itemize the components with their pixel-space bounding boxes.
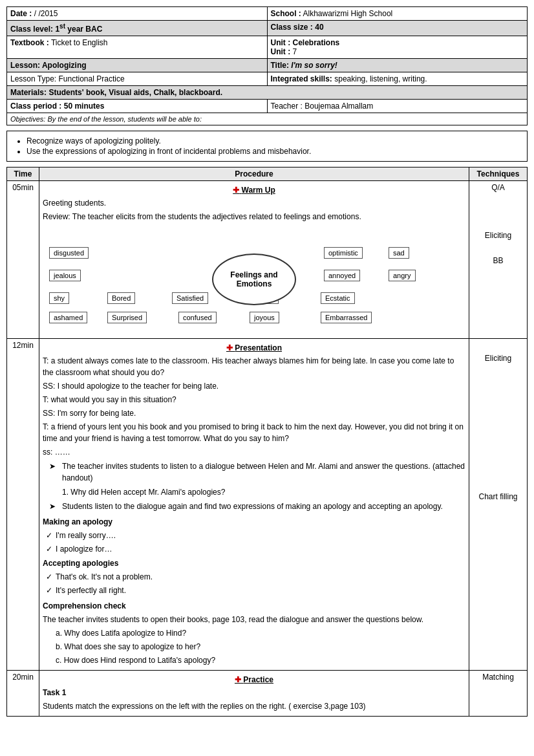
date-year: /2015 — [38, 9, 58, 18]
unit-label: Unit : — [271, 38, 291, 47]
making2: I apologize for… — [43, 543, 465, 555]
word-joyous: joyous — [250, 312, 279, 323]
warmup-time: 05min — [7, 181, 39, 339]
eliciting-technique: Eliciting — [473, 354, 524, 363]
accepting2: It's perfectly all right. — [43, 585, 465, 596]
bb-technique: BB — [473, 256, 524, 265]
col-time-header: Time — [7, 167, 39, 181]
presentation-title: Presentation — [235, 343, 282, 352]
warmup-content: ✚ Warm Up Greeting students. Review: The… — [39, 181, 469, 339]
class-level-label: Class level: — [10, 25, 53, 34]
school-label: School : — [271, 9, 301, 18]
word-optimistic: optimistic — [324, 247, 363, 259]
class-size-label: Class size : — [271, 23, 313, 32]
objective1: Recognize ways of apologizing politely. — [27, 136, 520, 146]
class-level-value: 1st year BAC — [55, 25, 102, 34]
accepting1: That's ok. It's not a problem. — [43, 571, 465, 583]
objective2: Use the expressions of apologizing in fr… — [27, 147, 520, 156]
q-b: b. What does she say to apologize to her… — [43, 641, 465, 653]
col-procedure-header: Procedure — [39, 167, 469, 181]
comprehension-intro: The teacher invites students to open the… — [43, 614, 465, 625]
presentation-p3: T: what would you say in this situation? — [43, 394, 465, 405]
integrated-value: speaking, listening, writing. — [334, 74, 427, 83]
practice-content: ✚ Practice Task 1 Students match the exp… — [39, 671, 469, 717]
practice-plus-icon: ✚ — [235, 675, 241, 684]
warmup-qa: Q/A — [473, 183, 524, 192]
textbook-label: Textbook : — [10, 38, 49, 47]
unit-number-label: Unit : — [271, 47, 291, 56]
presentation-p5: T: a friend of yours lent you his book a… — [43, 421, 465, 444]
comprehension-title: Comprehension check — [43, 601, 126, 610]
word-embarrassed: Embarrassed — [321, 312, 372, 323]
date-label: Date : — [10, 9, 32, 18]
school-name: Alkhawarizmi High School — [303, 9, 393, 18]
feelings-oval: Feelings and Emotions — [212, 254, 296, 305]
q-c: c. How does Hind respond to Latifa's apo… — [43, 654, 465, 666]
presentation-p6: ss: …… — [43, 446, 465, 458]
warmup-technique: Q/A Eliciting BB — [469, 181, 528, 339]
presentation-content: ✚ Presentation T: a student always comes… — [39, 339, 469, 671]
task1-text: Students match the expressions on the le… — [43, 700, 465, 712]
warmup-line1: Greeting students. — [43, 197, 465, 209]
word-annoyed: annoyed — [324, 270, 360, 281]
warmup-plus-icon: ✚ — [233, 186, 239, 195]
q-a: a. Why does Latifa apologize to Hind? — [43, 627, 465, 639]
presentation-p2: SS: I should apologize to the teacher fo… — [43, 380, 465, 392]
date-slash1: / — [34, 9, 36, 18]
col-techniques-header: Techniques — [469, 167, 528, 181]
presentation-p1: T: a student always comes late to the cl… — [43, 355, 465, 378]
warmup-title: Warm Up — [242, 186, 275, 195]
word-bored: Bored — [107, 292, 135, 304]
header-table: Date : / /2015 School : Alkhawarizmi Hig… — [6, 6, 528, 125]
word-confused: confused — [178, 312, 217, 323]
lesson-type-value: Functional Practice — [59, 74, 125, 83]
warmup-line2: Review: The teacher elicits from the stu… — [43, 211, 465, 222]
presentation-numbered1: 1. Why did Helen accept Mr. Alami's apol… — [43, 486, 465, 498]
word-jealous: jealous — [49, 270, 81, 281]
practice-time: 20min — [7, 671, 39, 717]
feelings-technique: Eliciting — [473, 231, 524, 240]
presentation-arrow2: Students listen to the dialogue again an… — [43, 501, 465, 512]
word-angry: angry — [389, 270, 416, 281]
unit-value: Celebrations — [293, 38, 340, 47]
word-shy: shy — [49, 292, 69, 304]
feelings-diagram: Feelings and Emotions disgusted jealous … — [43, 228, 465, 331]
making1: I'm really sorry…. — [43, 530, 465, 541]
objectives-box: Recognize ways of apologizing politely. … — [6, 131, 528, 162]
presentation-plus-icon: ✚ — [226, 343, 233, 352]
word-satisfied: Satisfied — [172, 292, 208, 304]
word-ashamed: ashamed — [49, 312, 87, 323]
accepting-title: Accepting apologies — [43, 559, 118, 568]
chart-filling-technique: Chart filling — [473, 492, 524, 501]
feelings-center-text: Feelings and Emotions — [213, 270, 295, 288]
presentation-p4: SS: I'm sorry for being late. — [43, 407, 465, 419]
task1-label: Task 1 — [43, 688, 66, 697]
unit-number-value: 7 — [293, 47, 297, 56]
presentation-time: 12min — [7, 339, 39, 671]
practice-technique: Matching — [469, 671, 528, 717]
making-title: Making an apology — [43, 517, 112, 526]
teacher-label: Teacher : — [271, 102, 303, 111]
lesson-value: Apologizing — [42, 61, 87, 70]
integrated-label: Integrated skills: — [271, 74, 332, 83]
word-ecstatic: Ecstatic — [321, 292, 355, 304]
teacher-value: Boujemaa Almallam — [304, 102, 373, 111]
presentation-techniques: Eliciting Chart filling — [469, 339, 528, 671]
practice-title: Practice — [243, 675, 273, 684]
word-sad: sad — [389, 247, 409, 259]
materials-label: Materials: — [10, 88, 47, 97]
title-label: Title: — [271, 61, 289, 70]
materials-value: Students' book, Visual aids, Chalk, blac… — [48, 88, 222, 97]
word-surprised: Surprised — [107, 312, 147, 323]
class-size-value: 40 — [315, 23, 323, 32]
lesson-label: Lesson: — [10, 61, 40, 70]
class-period-label: Class period : — [10, 102, 61, 111]
textbook-value: Ticket to English — [51, 38, 108, 47]
class-period-value: 50 minutes — [64, 102, 105, 111]
title-value: I'm so sorry! — [291, 61, 337, 70]
lesson-table: Time Procedure Techniques 05min ✚ Warm U… — [6, 167, 528, 717]
word-disgusted: disgusted — [49, 247, 89, 259]
lesson-type-label: Lesson Type: — [10, 74, 56, 83]
presentation-arrow1: The teacher invites students to listen t… — [43, 460, 465, 484]
objectives-intro: Objectives: By the end of the lesson, st… — [10, 115, 202, 123]
